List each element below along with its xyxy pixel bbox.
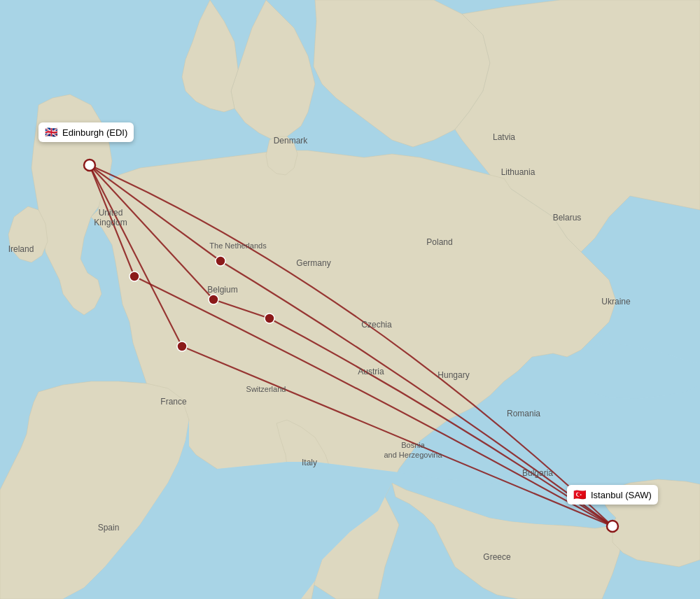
map-container: Denmark Latvia Lithuania Belarus United … xyxy=(0,0,700,599)
svg-text:United: United xyxy=(99,208,123,218)
svg-text:Poland: Poland xyxy=(426,237,452,247)
edinburgh-airport-text: Edinburgh (EDI) xyxy=(62,127,127,138)
svg-point-6 xyxy=(84,160,95,171)
svg-text:Spain: Spain xyxy=(98,523,120,533)
svg-text:Bosnia: Bosnia xyxy=(401,441,426,449)
istanbul-airport-label: 🇹🇷 Istanbul (SAW) xyxy=(567,485,658,505)
svg-text:Lithuania: Lithuania xyxy=(501,167,536,177)
svg-text:Switzerland: Switzerland xyxy=(246,385,286,393)
svg-point-5 xyxy=(177,341,187,351)
svg-text:Hungary: Hungary xyxy=(438,370,469,380)
svg-text:and Herzegovina: and Herzegovina xyxy=(384,451,442,459)
svg-text:Italy: Italy xyxy=(302,458,317,467)
svg-text:Belgium: Belgium xyxy=(207,285,237,295)
svg-point-1 xyxy=(130,272,139,281)
svg-text:Denmark: Denmark xyxy=(274,136,309,146)
uk-flag: 🇬🇧 xyxy=(45,126,58,139)
svg-text:Czechia: Czechia xyxy=(361,320,392,330)
svg-text:Austria: Austria xyxy=(358,367,384,376)
svg-point-7 xyxy=(607,521,618,532)
istanbul-airport-text: Istanbul (SAW) xyxy=(591,490,652,500)
map-svg: Denmark Latvia Lithuania Belarus United … xyxy=(0,0,700,599)
svg-text:Bulgaria: Bulgaria xyxy=(522,468,553,478)
svg-point-2 xyxy=(216,256,225,266)
svg-text:Greece: Greece xyxy=(483,552,511,562)
svg-point-3 xyxy=(209,295,218,304)
svg-text:Ukraine: Ukraine xyxy=(601,297,631,306)
svg-text:Kingdom: Kingdom xyxy=(94,218,127,227)
svg-text:Ireland: Ireland xyxy=(8,244,34,254)
svg-text:The Netherlands: The Netherlands xyxy=(209,241,267,250)
edinburgh-airport-label: 🇬🇧 Edinburgh (EDI) xyxy=(38,122,134,142)
svg-text:France: France xyxy=(160,397,187,407)
svg-text:Romania: Romania xyxy=(507,409,540,418)
svg-text:Germany: Germany xyxy=(296,258,330,268)
turkey-flag: 🇹🇷 xyxy=(573,488,587,501)
svg-text:Belarus: Belarus xyxy=(553,213,582,223)
svg-point-4 xyxy=(265,313,274,323)
svg-text:Latvia: Latvia xyxy=(493,132,515,142)
